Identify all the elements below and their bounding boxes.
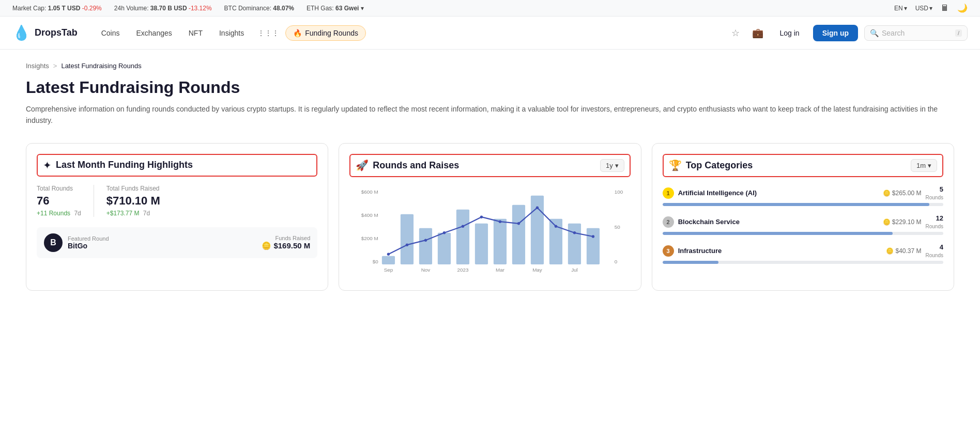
top-categories-card: 🏆 Top Categories 1m ▾ 1 Artificial Intel… xyxy=(652,143,954,291)
svg-point-28 xyxy=(555,225,557,227)
funds-raised-label: Funds Raised xyxy=(262,235,310,241)
total-funds-change: +$173.77 M 7d xyxy=(106,210,160,217)
svg-text:Sep: Sep xyxy=(384,267,393,273)
breadcrumb-separator: > xyxy=(53,62,57,70)
categories-period-button[interactable]: 1m ▾ xyxy=(911,159,937,172)
breadcrumb-parent[interactable]: Insights xyxy=(26,62,49,70)
breadcrumb: Insights > Latest Fundraising Rounds xyxy=(26,62,954,70)
funds-raised-value: 🪙 $169.50 M xyxy=(262,241,310,250)
rank-badge-1: 1 xyxy=(663,187,674,199)
market-cap: Market Cap: 1.05 T USD -0.29% xyxy=(12,5,102,12)
category-header-row: 2 Blockchain Service 🪙 $229.10 M 12Round… xyxy=(663,214,943,230)
featured-logo: B xyxy=(44,233,63,252)
rocket-icon: 🚀 xyxy=(356,159,369,171)
progress-bar-bg-1 xyxy=(663,203,943,206)
rounds-chart: $600 M $400 M $200 M $0 100 50 0 xyxy=(349,185,630,278)
total-funds-value: $710.10 M xyxy=(106,194,160,208)
progress-bar-fill-2 xyxy=(663,232,893,235)
category-money-1: 🪙 $265.00 M xyxy=(883,190,922,197)
featured-label: Featured Round xyxy=(68,235,109,242)
last-month-title: Last Month Funding Highlights xyxy=(56,160,193,170)
progress-bar-bg-2 xyxy=(663,232,943,235)
chevron-down-icon: ▾ xyxy=(904,5,907,12)
svg-point-24 xyxy=(480,215,483,218)
svg-rect-12 xyxy=(475,224,488,264)
rounds-title-area: 🚀 Rounds and Raises xyxy=(356,159,459,171)
svg-point-19 xyxy=(387,253,390,255)
chevron-down-icon: ▾ xyxy=(615,162,619,169)
search-box[interactable]: 🔍 Search / xyxy=(864,25,968,41)
chart-area: $600 M $400 M $200 M $0 100 50 0 xyxy=(349,185,630,280)
coin-icon: 🪙 xyxy=(886,247,894,255)
nav-coins[interactable]: Coins xyxy=(94,25,127,41)
svg-rect-13 xyxy=(494,219,507,264)
svg-rect-9 xyxy=(419,228,432,264)
svg-text:0: 0 xyxy=(615,259,618,264)
total-rounds-label: Total Rounds xyxy=(37,185,81,192)
signup-button[interactable]: Sign up xyxy=(813,25,858,41)
top-categories-header: 🏆 Top Categories 1m ▾ xyxy=(663,154,943,177)
cards-row: ✦ Last Month Funding Highlights Total Ro… xyxy=(26,143,954,291)
last-month-title-area: ✦ Last Month Funding Highlights xyxy=(43,159,193,171)
funding-rounds-pill[interactable]: 🔥 Funding Rounds xyxy=(285,25,366,41)
chevron-down-icon[interactable]: ▾ xyxy=(361,5,364,12)
svg-rect-11 xyxy=(456,210,469,264)
category-rounds-3: 4Rounds xyxy=(926,243,943,259)
rounds-card: 🚀 Rounds and Raises 1y ▾ $600 M $400 M $… xyxy=(339,143,641,291)
rounds-period-button[interactable]: 1y ▾ xyxy=(600,159,624,172)
page-title: Latest Fundraising Rounds xyxy=(26,78,954,97)
logo-drop-icon: 💧 xyxy=(12,24,30,41)
stats-row: Total Rounds 76 +11 Rounds 7d Total Fund… xyxy=(37,185,317,217)
search-placeholder: Search xyxy=(882,29,952,37)
logo[interactable]: 💧 DropsTab xyxy=(12,24,78,41)
watchlist-icon[interactable]: ☆ xyxy=(728,24,743,42)
login-button[interactable]: Log in xyxy=(773,25,807,41)
svg-rect-7 xyxy=(382,256,395,264)
nav-nft[interactable]: NFT xyxy=(181,25,210,41)
category-header-row: 1 Artificial Intelligence (AI) 🪙 $265.00… xyxy=(663,185,943,201)
category-item: 2 Blockchain Service 🪙 $229.10 M 12Round… xyxy=(663,214,943,235)
search-icon: 🔍 xyxy=(870,29,879,37)
svg-point-22 xyxy=(443,231,446,234)
grid-icon[interactable]: ⋮⋮⋮ xyxy=(253,25,283,41)
nav-insights[interactable]: Insights xyxy=(212,25,251,41)
category-header-row: 3 Infrastructure 🪙 $40.37 M 4Rounds xyxy=(663,243,943,259)
top-categories-title: Top Categories xyxy=(686,160,753,171)
volume: 24h Volume: 38.70 B USD -13.12% xyxy=(114,5,212,12)
featured-info: Featured Round BitGo xyxy=(68,235,109,250)
search-shortcut: / xyxy=(955,29,962,37)
svg-text:100: 100 xyxy=(615,189,623,195)
breadcrumb-current: Latest Fundraising Rounds xyxy=(61,62,141,70)
total-rounds-stat: Total Rounds 76 +11 Rounds 7d xyxy=(37,185,81,217)
progress-bar-fill-3 xyxy=(663,261,719,264)
svg-text:$600 M: $600 M xyxy=(361,189,378,195)
svg-rect-8 xyxy=(401,214,414,264)
calculator-icon[interactable]: 🖩 xyxy=(941,4,949,13)
nav-exchanges[interactable]: Exchanges xyxy=(129,25,179,41)
navbar: 💧 DropsTab Coins Exchanges NFT Insights … xyxy=(0,17,980,50)
currency-selector[interactable]: USD ▾ xyxy=(915,5,932,12)
svg-point-29 xyxy=(573,231,576,234)
svg-point-23 xyxy=(462,225,464,227)
svg-text:Mar: Mar xyxy=(496,267,505,273)
last-month-card: ✦ Last Month Funding Highlights Total Ro… xyxy=(26,143,328,291)
fire-icon: 🔥 xyxy=(293,29,302,37)
svg-point-30 xyxy=(592,235,594,238)
categories-list: 1 Artificial Intelligence (AI) 🪙 $265.00… xyxy=(663,185,943,264)
top-categories-title-area: 🏆 Top Categories xyxy=(669,159,753,171)
coin-icon: 🪙 xyxy=(883,218,891,226)
svg-point-26 xyxy=(517,222,520,225)
svg-point-20 xyxy=(406,243,408,246)
rounds-title: Rounds and Raises xyxy=(373,160,459,171)
logo-text: DropsTab xyxy=(35,27,78,38)
category-name-1: Artificial Intelligence (AI) xyxy=(678,189,879,197)
dark-mode-icon[interactable]: 🌙 xyxy=(957,3,968,13)
svg-text:Nov: Nov xyxy=(421,267,431,273)
trophy-icon: 🏆 xyxy=(669,159,682,171)
portfolio-icon[interactable]: 💼 xyxy=(749,24,767,42)
svg-rect-10 xyxy=(438,233,451,264)
category-item: 3 Infrastructure 🪙 $40.37 M 4Rounds xyxy=(663,243,943,264)
featured-right: Funds Raised 🪙 $169.50 M xyxy=(262,235,310,250)
chevron-down-icon: ▾ xyxy=(928,162,931,169)
language-selector[interactable]: EN ▾ xyxy=(894,5,907,12)
